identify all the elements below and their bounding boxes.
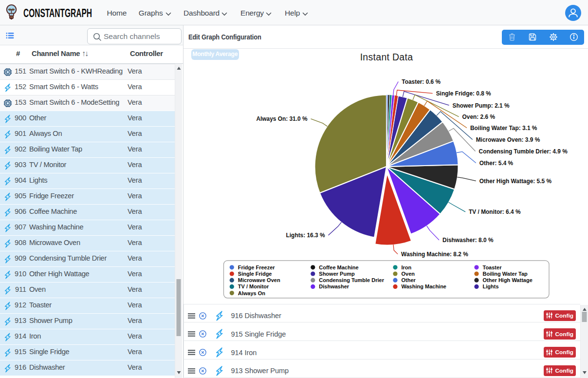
svg-text:Dishwasher: 8.0 %: Dishwasher: 8.0 % bbox=[442, 237, 494, 244]
svg-text:Dishwasher: Dishwasher bbox=[319, 284, 349, 289]
svg-text:Other High Wattage: Other High Wattage bbox=[483, 277, 533, 283]
svg-text:Always On: Always On bbox=[238, 290, 266, 296]
svg-text:Coffee Machine: Coffee Machine bbox=[319, 265, 358, 270]
svg-text:Instant Data: Instant Data bbox=[360, 52, 413, 62]
svg-text:Oven: 2.6 %: Oven: 2.6 % bbox=[462, 113, 496, 120]
svg-text:Fridge Freezer: Fridge Freezer bbox=[238, 265, 276, 270]
svg-text:Condensing Tumble Drier: Condensing Tumble Drier bbox=[319, 277, 384, 283]
svg-text:Other: Other bbox=[402, 277, 416, 283]
svg-text:Other: 5.4 %: Other: 5.4 % bbox=[479, 160, 514, 167]
svg-text:Boiling Water Tap: 3.1 %: Boiling Water Tap: 3.1 % bbox=[470, 125, 537, 132]
svg-text:Washing Machine: Washing Machine bbox=[402, 284, 447, 289]
svg-text:Microwave Oven: 3.9 %: Microwave Oven: 3.9 % bbox=[476, 136, 540, 143]
svg-text:Lights: Lights bbox=[483, 284, 499, 289]
svg-text:Oven: Oven bbox=[402, 271, 415, 277]
svg-text:Single Fridge: Single Fridge bbox=[238, 271, 272, 277]
svg-text:Lights: 16.3 %: Lights: 16.3 % bbox=[286, 232, 325, 239]
svg-text:Microwave Oven: Microwave Oven bbox=[238, 277, 280, 283]
svg-text:Other High Wattage: 5.5 %: Other High Wattage: 5.5 % bbox=[479, 178, 552, 185]
svg-text:TV / Monitor: TV / Monitor bbox=[238, 284, 269, 289]
svg-text:TV / Monitor: 6.4 %: TV / Monitor: 6.4 % bbox=[469, 208, 521, 215]
svg-text:Toaster: Toaster bbox=[483, 265, 502, 270]
svg-text:Condensing Tumble Drier: 4.9 %: Condensing Tumble Drier: 4.9 % bbox=[479, 148, 568, 155]
svg-text:Toaster: 0.6 %: Toaster: 0.6 % bbox=[402, 78, 441, 85]
svg-text:Iron: Iron bbox=[402, 265, 412, 270]
svg-text:Boiling Water Tap: Boiling Water Tap bbox=[483, 271, 528, 277]
svg-text:Shower Pump: 2.1 %: Shower Pump: 2.1 % bbox=[453, 102, 510, 109]
svg-text:Single Fridge: 0.8 %: Single Fridge: 0.8 % bbox=[436, 90, 491, 97]
svg-text:CONSTANTGRAPH: CONSTANTGRAPH bbox=[23, 6, 92, 19]
svg-text:Shower Pump: Shower Pump bbox=[319, 271, 355, 277]
svg-text:Always On: 31.0 %: Always On: 31.0 % bbox=[256, 115, 308, 122]
svg-text:Washing Machine: 8.2 %: Washing Machine: 8.2 % bbox=[401, 251, 468, 258]
